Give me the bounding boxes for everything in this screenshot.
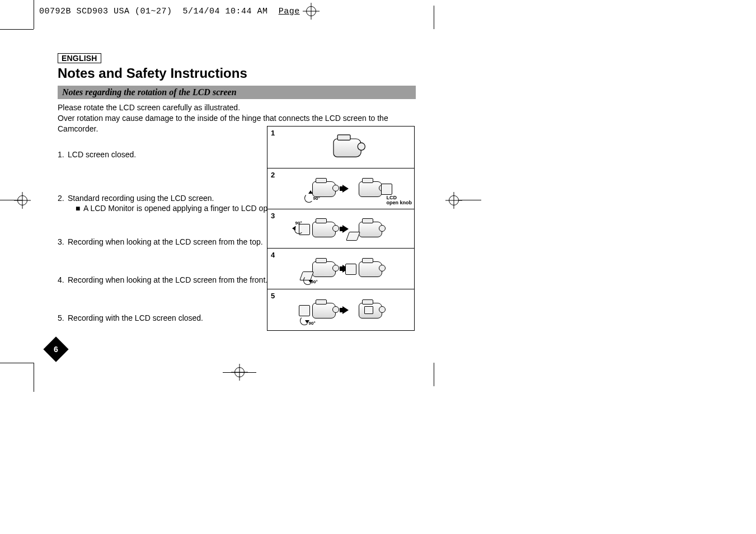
camcorder-icon [328, 136, 363, 159]
print-page: 00792B SCD903 USA (01~27) 5/14/04 10:44 … [0, 0, 756, 534]
camcorder-icon: 90° [308, 301, 337, 320]
figure-row: 5 90° [267, 289, 414, 330]
registration-mark-icon [445, 192, 462, 209]
crop-mark [0, 363, 34, 363]
crop-mark [34, 363, 34, 392]
item-number: 1. [58, 150, 68, 159]
crop-mark [459, 200, 481, 200]
crop-mark [34, 0, 34, 29]
registration-mark-icon [14, 192, 31, 209]
lcd-open-knob-label: LCD open knob [387, 195, 412, 205]
slug-date: 5/14/04 [183, 7, 220, 16]
figure-row: 3 90° [267, 209, 414, 249]
bullet-icon: ■ [76, 204, 83, 213]
arrow-right-icon [342, 306, 349, 314]
page-number-badge: 6 [43, 336, 68, 362]
figure-panel: 1 2 90° [267, 126, 415, 331]
sub-item: ■ A LCD Monitor is opened applying a fin… [68, 204, 298, 213]
page-title: Notes and Safety Instructions [58, 65, 416, 81]
item-text: LCD screen closed. [68, 150, 136, 159]
figure-row: 1 [267, 127, 414, 168]
section-heading: Notes regarding the rotation of the LCD … [58, 86, 416, 99]
item-text: Recording when looking at the LCD screen… [68, 237, 263, 246]
item-number: 5. [58, 313, 68, 322]
item-main-text: Standard recording using the LCD screen. [68, 194, 214, 203]
fold-mark [434, 363, 434, 386]
item-number: 4. [58, 275, 68, 284]
slug-time: 10:44 AM [226, 7, 268, 16]
camcorder-icon: 90° [308, 259, 337, 278]
figure-row-number: 5 [271, 292, 275, 300]
item-text: Standard recording using the LCD screen.… [68, 194, 298, 213]
figure-row-number: 3 [271, 212, 275, 220]
slug-page-word: Page [279, 7, 300, 16]
angle-label: 90° [313, 196, 320, 201]
camcorder-icon [354, 301, 383, 320]
camcorder-icon [354, 259, 383, 278]
registration-mark-icon [303, 3, 320, 20]
camcorder-icon [354, 179, 383, 198]
slug-file: 00792B SCD903 USA (01~27) [39, 7, 172, 16]
figure-row-number: 2 [271, 171, 275, 179]
figure-row: 4 90° [267, 249, 414, 289]
fold-mark [434, 6, 434, 29]
angle-label: 90° [309, 321, 316, 326]
slug-line: 00792B SCD903 USA (01~27) 5/14/04 10:44 … [39, 7, 317, 16]
camcorder-icon [354, 219, 383, 238]
sub-text: A LCD Monitor is opened applying a finge… [83, 204, 298, 213]
language-label: ENGLISH [58, 53, 101, 63]
arrow-right-icon [342, 225, 349, 233]
angle-label: 90° [311, 279, 318, 284]
camcorder-icon: 90° [308, 179, 337, 198]
item-text: Recording when looking at the LCD screen… [68, 275, 267, 284]
lead-line: Please rotate the LCD screen carefully a… [58, 102, 416, 113]
figure-row-number: 1 [271, 129, 275, 137]
figure-row-number: 4 [271, 251, 275, 259]
arrow-right-icon [342, 185, 349, 193]
item-number: 3. [58, 237, 68, 246]
page-number: 6 [54, 345, 58, 354]
item-text: Recording with the LCD screen closed. [68, 313, 203, 322]
crop-mark [223, 372, 256, 373]
figure-row: 2 90° LCD open knob [267, 168, 414, 209]
item-number: 2. [58, 194, 68, 213]
crop-mark [0, 29, 34, 30]
camcorder-icon: 90° [308, 219, 337, 238]
